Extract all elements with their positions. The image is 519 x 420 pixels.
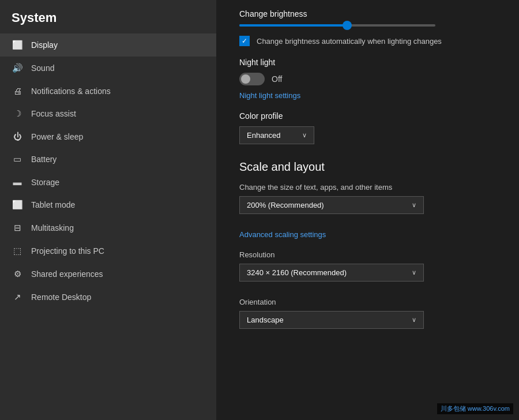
sidebar-item-focus[interactable]: ☽ Focus assist bbox=[0, 102, 216, 125]
color-profile-heading: Color profile bbox=[239, 111, 496, 121]
resolution-dropdown[interactable]: 3240 × 2160 (Recommended) ∨ bbox=[239, 264, 424, 282]
shared-icon: ⚙ bbox=[12, 269, 23, 279]
color-profile-section: Color profile Enhanced ∨ bbox=[239, 111, 496, 144]
night-light-toggle-row: Off bbox=[239, 73, 496, 85]
watermark: 川多包储 www.306v.com bbox=[437, 403, 513, 414]
tablet-icon: ⬜ bbox=[12, 200, 23, 210]
notifications-icon: 🖨 bbox=[12, 86, 23, 96]
sidebar-item-tablet[interactable]: ⬜ Tablet mode bbox=[0, 193, 216, 216]
brightness-section: Change brightness bbox=[239, 9, 496, 27]
multitasking-icon: ⊟ bbox=[12, 223, 23, 233]
color-profile-chevron-icon: ∨ bbox=[302, 132, 307, 139]
night-light-toggle[interactable] bbox=[239, 73, 265, 85]
power-icon: ⏻ bbox=[12, 132, 23, 141]
sidebar-title: System bbox=[0, 0, 216, 33]
night-light-heading: Night light bbox=[239, 58, 496, 67]
night-light-settings-link[interactable]: Night light settings bbox=[239, 91, 496, 100]
color-profile-dropdown[interactable]: Enhanced ∨ bbox=[239, 126, 314, 144]
sidebar-item-sound[interactable]: 🔊 Sound bbox=[0, 57, 216, 80]
scale-section: Change the size of text, apps, and other… bbox=[239, 183, 496, 239]
advanced-scaling-link[interactable]: Advanced scaling settings bbox=[239, 230, 496, 239]
brightness-slider-track[interactable] bbox=[239, 24, 435, 27]
sidebar-label-storage: Storage bbox=[31, 178, 59, 187]
sidebar-item-battery[interactable]: ▭ Battery bbox=[0, 148, 216, 171]
sidebar-item-remote[interactable]: ↗ Remote Desktop bbox=[0, 286, 216, 309]
sidebar-label-remote: Remote Desktop bbox=[31, 292, 91, 302]
checkmark-icon: ✓ bbox=[242, 37, 247, 45]
orientation-value: Landscape bbox=[247, 316, 284, 324]
sidebar-label-sound: Sound bbox=[31, 63, 54, 73]
resolution-section: Resolution 3240 × 2160 (Recommended) ∨ bbox=[239, 250, 496, 282]
orientation-chevron-icon: ∨ bbox=[412, 316, 416, 324]
sidebar-label-notifications: Notifications & actions bbox=[31, 87, 111, 96]
brightness-slider-thumb[interactable] bbox=[343, 21, 352, 30]
sidebar-label-tablet: Tablet mode bbox=[31, 200, 75, 209]
sidebar-item-projecting[interactable]: ⬚ Projecting to this PC bbox=[0, 239, 216, 262]
sidebar-label-display: Display bbox=[31, 40, 58, 50]
brightness-slider-fill bbox=[239, 24, 347, 27]
sidebar-item-storage[interactable]: ▬ Storage bbox=[0, 171, 216, 193]
scale-dropdown[interactable]: 200% (Recommended) ∨ bbox=[239, 196, 424, 214]
auto-brightness-label: Change brightness automatically when lig… bbox=[257, 37, 442, 46]
sidebar-label-battery: Battery bbox=[31, 155, 57, 164]
remote-icon: ↗ bbox=[12, 292, 23, 302]
toggle-thumb bbox=[241, 74, 250, 84]
focus-icon: ☽ bbox=[12, 108, 23, 119]
display-icon: ⬜ bbox=[12, 40, 23, 50]
sidebar-label-multitasking: Multitasking bbox=[31, 223, 74, 232]
projecting-icon: ⬚ bbox=[12, 246, 23, 256]
sidebar-item-shared[interactable]: ⚙ Shared experiences bbox=[0, 262, 216, 286]
sidebar: System ⬜ Display 🔊 Sound 🖨 Notifications… bbox=[0, 0, 216, 420]
scale-label: Change the size of text, apps, and other… bbox=[239, 183, 496, 192]
watermark-text: 川多包储 www.306v.com bbox=[441, 405, 510, 412]
resolution-value: 3240 × 2160 (Recommended) bbox=[247, 268, 347, 277]
sidebar-item-display[interactable]: ⬜ Display bbox=[0, 33, 216, 57]
brightness-label: Change brightness bbox=[239, 9, 496, 18]
auto-brightness-checkbox[interactable]: ✓ bbox=[239, 36, 250, 46]
resolution-label: Resolution bbox=[239, 250, 496, 259]
sidebar-label-focus: Focus assist bbox=[31, 109, 76, 118]
battery-icon: ▭ bbox=[12, 154, 23, 164]
auto-brightness-row[interactable]: ✓ Change brightness automatically when l… bbox=[239, 36, 496, 46]
scale-value: 200% (Recommended) bbox=[247, 201, 324, 209]
sidebar-item-multitasking[interactable]: ⊟ Multitasking bbox=[0, 216, 216, 239]
sidebar-item-power[interactable]: ⏻ Power & sleep bbox=[0, 125, 216, 148]
orientation-dropdown[interactable]: Landscape ∨ bbox=[239, 311, 424, 329]
sidebar-label-power: Power & sleep bbox=[31, 132, 83, 141]
scale-layout-heading: Scale and layout bbox=[239, 160, 496, 174]
color-profile-value: Enhanced bbox=[247, 131, 281, 140]
night-light-status: Off bbox=[272, 74, 282, 84]
orientation-label: Orientation bbox=[239, 298, 496, 306]
sidebar-item-notifications[interactable]: 🖨 Notifications & actions bbox=[0, 80, 216, 102]
sidebar-label-projecting: Projecting to this PC bbox=[31, 246, 104, 256]
sidebar-label-shared: Shared experiences bbox=[31, 269, 103, 279]
night-light-section: Night light Off Night light settings bbox=[239, 58, 496, 100]
resolution-chevron-icon: ∨ bbox=[412, 269, 416, 276]
storage-icon: ▬ bbox=[12, 177, 23, 187]
main-content: Change brightness ✓ Change brightness au… bbox=[216, 0, 519, 420]
orientation-section: Orientation Landscape ∨ bbox=[239, 298, 496, 329]
scale-chevron-icon: ∨ bbox=[412, 201, 416, 209]
sound-icon: 🔊 bbox=[12, 63, 23, 73]
